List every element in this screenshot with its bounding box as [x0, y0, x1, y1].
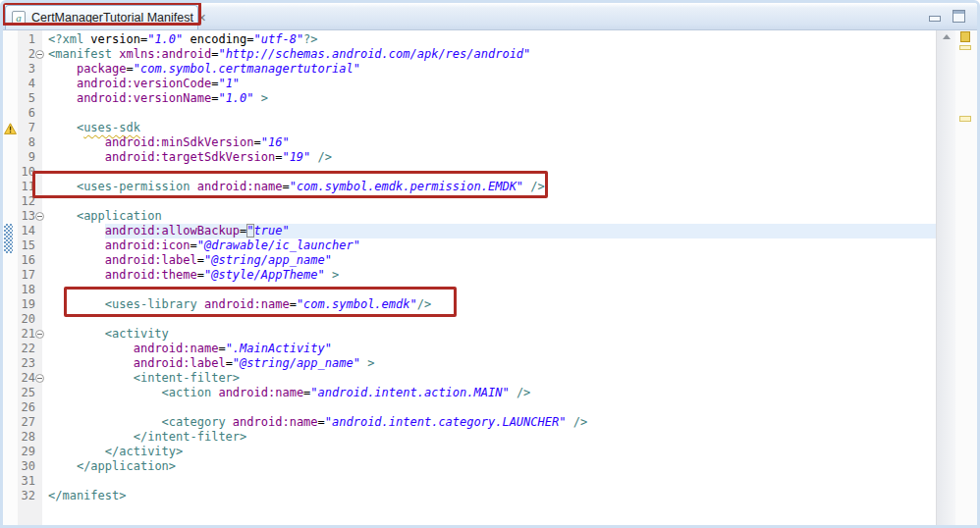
code-line-15[interactable]: android:icon="@drawable/ic_launcher" — [48, 238, 936, 253]
code-token: "android.intent.category.LAUNCHER" — [325, 415, 567, 429]
code-token: package — [77, 62, 127, 76]
code-line-3[interactable]: package="com.symbol.certmanagertutorial" — [48, 62, 936, 77]
code-line-31[interactable] — [48, 474, 936, 489]
code-token: = — [226, 356, 233, 370]
code-token — [48, 62, 77, 76]
code-token — [325, 268, 332, 282]
code-token: android:name — [218, 386, 303, 399]
selection-range-indicator — [4, 224, 13, 253]
code-line-1[interactable]: <?xml version="1.0" encoding="utf-8"?> — [48, 32, 936, 47]
code-token: </intent-filter> — [134, 430, 247, 444]
collapse-fold-icon[interactable] — [35, 330, 44, 339]
code-token: "http://schemas.android.com/apk/res/andr… — [218, 47, 530, 61]
scroll-up-arrow-icon[interactable] — [943, 34, 951, 39]
maximize-view-icon[interactable] — [953, 10, 965, 23]
code-line-10[interactable] — [48, 165, 936, 180]
code-token: <action — [162, 386, 212, 399]
code-line-7[interactable]: <uses-sdk — [48, 121, 936, 135]
code-line-25[interactable]: <action android:name="android.intent.act… — [48, 386, 936, 400]
code-line-26[interactable] — [48, 400, 936, 415]
warning-icon[interactable] — [4, 121, 17, 138]
code-token — [254, 91, 261, 105]
code-token: /> — [417, 297, 431, 311]
code-token — [48, 209, 77, 223]
line-number: 23 — [22, 356, 35, 371]
close-tab-icon[interactable]: ✕ — [197, 12, 206, 25]
collapse-fold-icon[interactable] — [35, 50, 44, 59]
code-token: ?> — [303, 32, 317, 46]
code-token — [48, 253, 105, 267]
code-line-9[interactable]: android:targetSdkVersion="19" /> — [48, 150, 936, 165]
view-controls — [929, 10, 965, 23]
code-token: android:label — [105, 253, 197, 267]
code-token — [510, 386, 517, 399]
code-line-30[interactable]: </application> — [48, 459, 936, 474]
code-token: <uses-permission — [77, 180, 191, 193]
code-token: "@string/app_name" — [204, 253, 332, 267]
code-line-5[interactable]: android:versionName="1.0" > — [48, 91, 936, 106]
code-token: "utf-8" — [254, 32, 304, 46]
line-number: 8 — [28, 135, 35, 150]
code-token: true" — [254, 224, 290, 238]
collapse-fold-icon[interactable] — [35, 212, 44, 221]
line-number: 18 — [22, 283, 35, 297]
line-number: 25 — [22, 386, 35, 400]
line-number: 3 — [28, 62, 35, 77]
code-token — [48, 371, 134, 385]
code-token: <?xml — [48, 32, 83, 46]
line-number: 22 — [22, 342, 35, 356]
overview-warning-summary-marker[interactable] — [960, 31, 970, 42]
code-token: <activity — [105, 327, 169, 341]
code-token: <uses-library — [105, 297, 197, 311]
line-number: 9 — [28, 150, 35, 165]
code-line-16[interactable]: android:label="@string/app_name" — [48, 253, 936, 268]
code-token: = — [318, 415, 325, 429]
code-line-17[interactable]: android:theme="@style/AppTheme" > — [48, 268, 936, 283]
tab-title: CertManagerTutorial Manifest — [31, 11, 193, 25]
code-token — [48, 386, 162, 399]
code-line-14[interactable]: android:allowBackup="true" — [48, 224, 936, 238]
code-line-28[interactable]: </intent-filter> — [48, 430, 936, 445]
code-token — [191, 180, 197, 193]
code-line-8[interactable]: android:minSdkVersion="16" — [48, 135, 936, 150]
code-token — [48, 445, 105, 458]
line-number: 5 — [28, 91, 35, 106]
code-line-23[interactable]: android:label="@string/app_name" > — [48, 356, 936, 371]
code-token: = — [126, 62, 133, 76]
code-token — [48, 150, 105, 164]
code-line-32[interactable]: </manifest> — [48, 489, 936, 503]
code-line-6[interactable] — [48, 106, 936, 121]
line-number: 32 — [22, 489, 35, 503]
code-line-13[interactable]: <application — [48, 209, 936, 224]
code-line-27[interactable]: <category android:name="android.intent.c… — [48, 415, 936, 430]
overview-warning-marker-top[interactable] — [959, 45, 971, 50]
overview-warning-marker-line7[interactable] — [959, 116, 971, 122]
code-line-24[interactable]: <intent-filter> — [48, 371, 936, 386]
code-line-21[interactable]: <activity — [48, 327, 936, 342]
code-token — [226, 415, 233, 429]
code-line-12[interactable] — [48, 194, 936, 209]
code-line-22[interactable]: android:name=".MainActivity" — [48, 342, 936, 356]
code-line-11[interactable]: <uses-permission android:name="com.symbo… — [48, 180, 936, 194]
eclipse-editor-window: a CertManagerTutorial Manifest ✕ 1234567… — [0, 0, 980, 528]
minimize-view-icon[interactable] — [929, 16, 941, 22]
code-line-29[interactable]: </activity> — [48, 445, 936, 459]
tab-certmanagertutorial-manifest[interactable]: a CertManagerTutorial Manifest ✕ — [5, 5, 198, 29]
code-line-19[interactable]: <uses-library android:name="com.symbol.e… — [48, 297, 936, 312]
code-line-18[interactable] — [48, 283, 936, 297]
line-number: 13 — [22, 209, 35, 224]
line-number: 24 — [22, 371, 35, 386]
code-area[interactable]: <?xml version="1.0" encoding="utf-8"?><m… — [48, 30, 936, 525]
code-token: "@drawable/ic_launcher" — [197, 238, 360, 252]
line-number: 15 — [22, 238, 35, 253]
code-token: = — [197, 253, 204, 267]
line-number: 28 — [22, 430, 35, 445]
code-line-2[interactable]: <manifest xmlns:android="http://schemas.… — [48, 47, 936, 62]
collapse-fold-icon[interactable] — [35, 374, 44, 383]
code-line-4[interactable]: android:versionCode="1" — [48, 77, 936, 91]
code-token: version= — [83, 32, 147, 46]
code-line-20[interactable] — [48, 312, 936, 327]
code-token: > — [332, 268, 339, 282]
code-token: "com.symbol.emdk" — [297, 297, 417, 311]
vertical-scrollbar[interactable] — [936, 30, 955, 525]
